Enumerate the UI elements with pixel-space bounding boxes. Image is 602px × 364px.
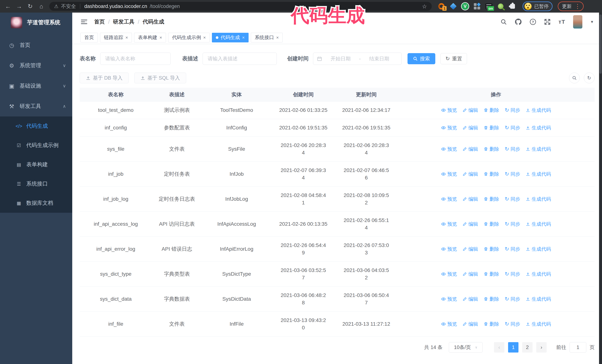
view-tab[interactable]: 代码生成 × [212,33,248,42]
generate-code-link[interactable]: 生成代码 [526,295,551,303]
sync-link[interactable]: ↻ 同步 [505,106,520,114]
edit-link[interactable]: 编辑 [462,270,478,278]
sidebar-subitem[interactable]: ▦ 数据库文档 [0,194,72,213]
extension-orange-icon[interactable]: 1 [438,3,445,10]
generate-code-link[interactable]: 生成代码 [526,145,551,153]
extension-key-icon[interactable] [497,3,504,10]
breadcrumb-item[interactable]: 代码生成 [143,18,164,26]
chevron-down-icon[interactable]: ▼ [590,20,594,24]
bookmark-star-icon[interactable]: ☆ [422,3,427,10]
close-icon[interactable]: × [242,35,245,40]
reset-button[interactable]: ↻ 重置 [441,53,467,64]
back-icon[interactable]: ← [3,3,13,10]
extension-proxy-icon[interactable]: on [485,3,493,10]
forward-icon[interactable]: → [14,3,24,10]
home-icon[interactable]: ⌂ [36,3,46,10]
sync-link[interactable]: ↻ 同步 [505,245,520,253]
browser-update-button[interactable]: 更新 ⋮ [558,1,584,11]
delete-link[interactable]: 删除 [484,270,499,278]
preview-link[interactable]: 预览 [441,270,457,278]
sync-link[interactable]: ↻ 同步 [505,124,520,131]
edit-link[interactable]: 编辑 [462,170,478,178]
sync-link[interactable]: ↻ 同步 [505,220,520,228]
delete-link[interactable]: 删除 [484,295,499,303]
delete-link[interactable]: 删除 [484,195,499,203]
table-name-input[interactable] [100,52,171,65]
delete-link[interactable]: 删除 [484,320,499,328]
refresh-table-button[interactable]: ↻ [584,73,595,83]
preview-link[interactable]: 预览 [441,195,457,203]
preview-link[interactable]: 预览 [441,295,457,303]
sidebar-item[interactable]: ⚒ 研发工具 ∧ [0,96,72,116]
search-button[interactable]: 搜索 [408,53,435,64]
sync-link[interactable]: ↻ 同步 [505,170,520,178]
preview-link[interactable]: 预览 [441,245,457,253]
generate-code-link[interactable]: 生成代码 [526,245,551,253]
view-tab[interactable]: 表单构建 × [134,33,166,42]
search-icon[interactable] [500,19,507,25]
edit-link[interactable]: 编辑 [462,145,478,153]
close-icon[interactable]: × [276,35,279,40]
preview-link[interactable]: 预览 [441,170,457,178]
preview-link[interactable]: 预览 [441,124,457,131]
preview-link[interactable]: 预览 [441,220,457,228]
scrollbar-thumb[interactable] [599,14,602,74]
breadcrumb-item[interactable]: 研发工具 [113,18,134,26]
close-icon[interactable]: × [125,35,128,40]
generate-code-link[interactable]: 生成代码 [526,320,551,328]
sync-link[interactable]: ↻ 同步 [505,270,520,278]
extension-gem-icon[interactable] [450,3,457,10]
user-avatar[interactable] [573,15,582,29]
close-icon[interactable]: × [160,35,162,40]
help-icon[interactable]: ? [530,19,536,25]
preview-link[interactable]: 预览 [441,320,457,328]
page-number-button[interactable]: 1 [508,342,518,353]
generate-code-link[interactable]: 生成代码 [526,195,551,203]
edit-link[interactable]: 编辑 [462,195,478,203]
import-sql-button[interactable]: 基于 SQL 导入 [134,73,186,83]
generate-code-link[interactable]: 生成代码 [526,270,551,278]
sidebar-item[interactable]: ▣ 基础设施 ∨ [0,76,72,96]
sidebar-subitem[interactable]: ☰ 系统接口 [0,174,72,194]
sidebar-item[interactable]: ⚙ 系统管理 ∨ [0,55,72,76]
view-tab[interactable]: 链路追踪 × [100,33,132,42]
app-logo[interactable]: 芋道管理系统 [0,13,72,32]
delete-link[interactable]: 删除 [484,106,499,114]
puzzle-icon[interactable] [509,3,516,10]
generate-code-link[interactable]: 生成代码 [526,170,551,178]
sidebar-subitem[interactable]: ☑ 代码生成示例 [0,136,72,155]
window-scrollbar[interactable] [599,13,602,364]
preview-link[interactable]: 预览 [441,145,457,153]
extension-squares-icon[interactable] [473,3,481,10]
address-bar[interactable]: ⚠ 不安全 dashboard.yudao.iocoder.cn/tool/co… [49,2,432,11]
table-desc-input[interactable] [203,52,277,65]
sync-link[interactable]: ↻ 同步 [505,145,520,153]
edit-link[interactable]: 编辑 [462,295,478,303]
sync-link[interactable]: ↻ 同步 [505,295,520,303]
font-size-icon[interactable]: ᴛT [559,19,565,25]
breadcrumb-item[interactable]: 首页 [94,18,105,26]
reload-icon[interactable]: ↻ [25,3,35,10]
extension-green-circle-icon[interactable]: V [462,3,469,10]
delete-link[interactable]: 删除 [484,124,499,131]
page-size-select[interactable]: 10条/页 ∨ [449,342,483,353]
sidebar-subitem[interactable]: ▤ 表单构建 [0,155,72,174]
profile-paused-button[interactable]: 已暂停 [523,1,553,11]
kebab-menu-icon[interactable]: ⋮ [575,3,580,9]
delete-link[interactable]: 删除 [484,145,499,153]
view-tab[interactable]: 首页 [80,33,98,42]
edit-link[interactable]: 编辑 [462,245,478,253]
sync-link[interactable]: ↻ 同步 [505,195,520,203]
fullscreen-icon[interactable] [544,19,551,25]
edit-link[interactable]: 编辑 [462,320,478,328]
edit-link[interactable]: 编辑 [462,106,478,114]
sync-link[interactable]: ↻ 同步 [505,320,520,328]
close-icon[interactable]: × [203,35,206,40]
github-icon[interactable] [515,18,522,25]
prev-page-button[interactable]: ‹ [494,342,504,353]
sidebar-subitem[interactable]: </> 代码生成 [0,116,72,136]
generate-code-link[interactable]: 生成代码 [526,220,551,228]
preview-link[interactable]: 预览 [441,106,457,114]
sidebar-item[interactable]: ◷ 首页 [0,35,72,55]
import-db-button[interactable]: 基于 DB 导入 [80,73,129,83]
